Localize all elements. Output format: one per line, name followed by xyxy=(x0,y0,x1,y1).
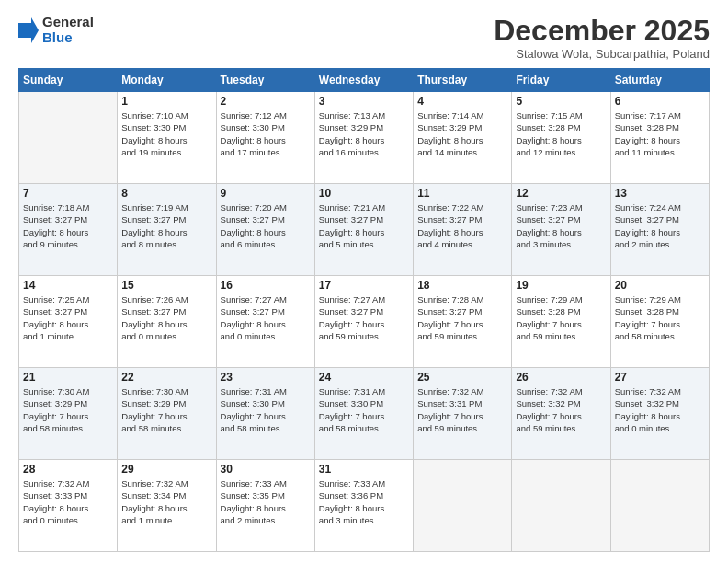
day-info: Sunrise: 7:23 AMSunset: 3:27 PMDaylight:… xyxy=(516,201,606,250)
col-header-tuesday: Tuesday xyxy=(216,69,314,92)
day-info: Sunrise: 7:26 AMSunset: 3:27 PMDaylight:… xyxy=(121,293,211,342)
logo-general-text: General xyxy=(42,15,94,30)
calendar-cell: 11Sunrise: 7:22 AMSunset: 3:27 PMDayligh… xyxy=(414,184,512,276)
calendar-week-row-0: 1Sunrise: 7:10 AMSunset: 3:30 PMDaylight… xyxy=(19,92,710,184)
calendar-cell: 26Sunrise: 7:32 AMSunset: 3:32 PMDayligh… xyxy=(512,368,610,460)
day-info: Sunrise: 7:31 AMSunset: 3:30 PMDaylight:… xyxy=(221,385,311,434)
day-number: 14 xyxy=(23,279,113,292)
day-number: 29 xyxy=(121,463,211,476)
day-info: Sunrise: 7:17 AMSunset: 3:28 PMDaylight:… xyxy=(615,109,705,158)
day-info: Sunrise: 7:33 AMSunset: 3:36 PMDaylight:… xyxy=(319,477,409,526)
calendar-cell: 29Sunrise: 7:32 AMSunset: 3:34 PMDayligh… xyxy=(118,460,216,552)
day-info: Sunrise: 7:30 AMSunset: 3:29 PMDaylight:… xyxy=(23,385,113,434)
day-number: 25 xyxy=(417,371,507,384)
day-info: Sunrise: 7:29 AMSunset: 3:28 PMDaylight:… xyxy=(516,293,606,342)
day-info: Sunrise: 7:32 AMSunset: 3:32 PMDaylight:… xyxy=(516,385,606,434)
calendar-cell: 30Sunrise: 7:33 AMSunset: 3:35 PMDayligh… xyxy=(216,460,314,552)
day-number: 3 xyxy=(319,95,409,108)
day-info: Sunrise: 7:22 AMSunset: 3:27 PMDaylight:… xyxy=(417,201,507,250)
day-number: 12 xyxy=(516,187,606,200)
calendar-cell: 28Sunrise: 7:32 AMSunset: 3:33 PMDayligh… xyxy=(19,460,118,552)
col-header-sunday: Sunday xyxy=(19,69,118,92)
day-number: 8 xyxy=(121,187,211,200)
day-info: Sunrise: 7:31 AMSunset: 3:30 PMDaylight:… xyxy=(319,385,409,434)
svg-marker-0 xyxy=(18,17,39,43)
day-info: Sunrise: 7:30 AMSunset: 3:29 PMDaylight:… xyxy=(121,385,211,434)
day-info: Sunrise: 7:14 AMSunset: 3:29 PMDaylight:… xyxy=(417,109,507,158)
calendar-cell: 5Sunrise: 7:15 AMSunset: 3:28 PMDaylight… xyxy=(512,92,610,184)
day-info: Sunrise: 7:18 AMSunset: 3:27 PMDaylight:… xyxy=(23,201,113,250)
logo-blue-text: Blue xyxy=(42,30,94,46)
day-info: Sunrise: 7:19 AMSunset: 3:27 PMDaylight:… xyxy=(121,201,211,250)
calendar-week-row-2: 14Sunrise: 7:25 AMSunset: 3:27 PMDayligh… xyxy=(19,276,710,368)
day-number: 2 xyxy=(221,95,311,108)
day-number: 23 xyxy=(221,371,311,384)
day-number: 13 xyxy=(615,187,705,200)
day-info: Sunrise: 7:10 AMSunset: 3:30 PMDaylight:… xyxy=(121,109,211,158)
calendar-header-row: Sunday Monday Tuesday Wednesday Thursday… xyxy=(19,69,710,92)
day-info: Sunrise: 7:32 AMSunset: 3:31 PMDaylight:… xyxy=(417,385,507,434)
day-info: Sunrise: 7:24 AMSunset: 3:27 PMDaylight:… xyxy=(615,201,705,250)
calendar-cell: 6Sunrise: 7:17 AMSunset: 3:28 PMDaylight… xyxy=(610,92,709,184)
day-number: 10 xyxy=(319,187,409,200)
day-info: Sunrise: 7:13 AMSunset: 3:29 PMDaylight:… xyxy=(319,109,409,158)
calendar-cell: 14Sunrise: 7:25 AMSunset: 3:27 PMDayligh… xyxy=(19,276,118,368)
day-number: 27 xyxy=(615,371,705,384)
calendar-cell: 27Sunrise: 7:32 AMSunset: 3:32 PMDayligh… xyxy=(610,368,709,460)
day-info: Sunrise: 7:28 AMSunset: 3:27 PMDaylight:… xyxy=(417,293,507,342)
calendar-cell: 8Sunrise: 7:19 AMSunset: 3:27 PMDaylight… xyxy=(118,184,216,276)
day-info: Sunrise: 7:29 AMSunset: 3:28 PMDaylight:… xyxy=(615,293,705,342)
calendar-table: Sunday Monday Tuesday Wednesday Thursday… xyxy=(18,68,710,552)
logo: General Blue xyxy=(18,15,94,45)
logo-icon xyxy=(18,17,39,43)
day-info: Sunrise: 7:32 AMSunset: 3:33 PMDaylight:… xyxy=(23,477,113,526)
day-info: Sunrise: 7:15 AMSunset: 3:28 PMDaylight:… xyxy=(516,109,606,158)
calendar-cell xyxy=(414,460,512,552)
calendar-cell: 24Sunrise: 7:31 AMSunset: 3:30 PMDayligh… xyxy=(314,368,413,460)
page: General Blue December 2025 Stalowa Wola,… xyxy=(0,0,728,563)
calendar-cell: 16Sunrise: 7:27 AMSunset: 3:27 PMDayligh… xyxy=(216,276,314,368)
day-number: 16 xyxy=(221,279,311,292)
day-info: Sunrise: 7:27 AMSunset: 3:27 PMDaylight:… xyxy=(221,293,311,342)
day-number: 15 xyxy=(121,279,211,292)
day-number: 5 xyxy=(516,95,606,108)
header: General Blue December 2025 Stalowa Wola,… xyxy=(18,15,710,61)
location-subtitle: Stalowa Wola, Subcarpathia, Poland xyxy=(494,47,710,61)
calendar-cell: 12Sunrise: 7:23 AMSunset: 3:27 PMDayligh… xyxy=(512,184,610,276)
calendar-cell: 21Sunrise: 7:30 AMSunset: 3:29 PMDayligh… xyxy=(19,368,118,460)
col-header-wednesday: Wednesday xyxy=(314,69,413,92)
calendar-week-row-1: 7Sunrise: 7:18 AMSunset: 3:27 PMDaylight… xyxy=(19,184,710,276)
calendar-cell: 15Sunrise: 7:26 AMSunset: 3:27 PMDayligh… xyxy=(118,276,216,368)
col-header-saturday: Saturday xyxy=(610,69,709,92)
day-number: 21 xyxy=(23,371,113,384)
calendar-cell: 10Sunrise: 7:21 AMSunset: 3:27 PMDayligh… xyxy=(314,184,413,276)
calendar-cell xyxy=(610,460,709,552)
day-number: 19 xyxy=(516,279,606,292)
calendar-week-row-3: 21Sunrise: 7:30 AMSunset: 3:29 PMDayligh… xyxy=(19,368,710,460)
calendar-cell: 20Sunrise: 7:29 AMSunset: 3:28 PMDayligh… xyxy=(610,276,709,368)
calendar-cell: 18Sunrise: 7:28 AMSunset: 3:27 PMDayligh… xyxy=(414,276,512,368)
logo-text: General Blue xyxy=(42,15,94,45)
calendar-cell: 13Sunrise: 7:24 AMSunset: 3:27 PMDayligh… xyxy=(610,184,709,276)
day-info: Sunrise: 7:32 AMSunset: 3:34 PMDaylight:… xyxy=(121,477,211,526)
day-info: Sunrise: 7:25 AMSunset: 3:27 PMDaylight:… xyxy=(23,293,113,342)
day-number: 30 xyxy=(221,463,311,476)
day-number: 1 xyxy=(121,95,211,108)
day-number: 11 xyxy=(417,187,507,200)
calendar-cell: 23Sunrise: 7:31 AMSunset: 3:30 PMDayligh… xyxy=(216,368,314,460)
calendar-cell xyxy=(19,92,118,184)
day-number: 18 xyxy=(417,279,507,292)
day-number: 26 xyxy=(516,371,606,384)
calendar-cell: 9Sunrise: 7:20 AMSunset: 3:27 PMDaylight… xyxy=(216,184,314,276)
day-info: Sunrise: 7:20 AMSunset: 3:27 PMDaylight:… xyxy=(221,201,311,250)
calendar-cell: 1Sunrise: 7:10 AMSunset: 3:30 PMDaylight… xyxy=(118,92,216,184)
calendar-cell: 7Sunrise: 7:18 AMSunset: 3:27 PMDaylight… xyxy=(19,184,118,276)
calendar-cell xyxy=(512,460,610,552)
calendar-cell: 25Sunrise: 7:32 AMSunset: 3:31 PMDayligh… xyxy=(414,368,512,460)
day-info: Sunrise: 7:33 AMSunset: 3:35 PMDaylight:… xyxy=(221,477,311,526)
day-number: 31 xyxy=(319,463,409,476)
day-info: Sunrise: 7:12 AMSunset: 3:30 PMDaylight:… xyxy=(221,109,311,158)
calendar-week-row-4: 28Sunrise: 7:32 AMSunset: 3:33 PMDayligh… xyxy=(19,460,710,552)
day-number: 9 xyxy=(221,187,311,200)
calendar-cell: 19Sunrise: 7:29 AMSunset: 3:28 PMDayligh… xyxy=(512,276,610,368)
